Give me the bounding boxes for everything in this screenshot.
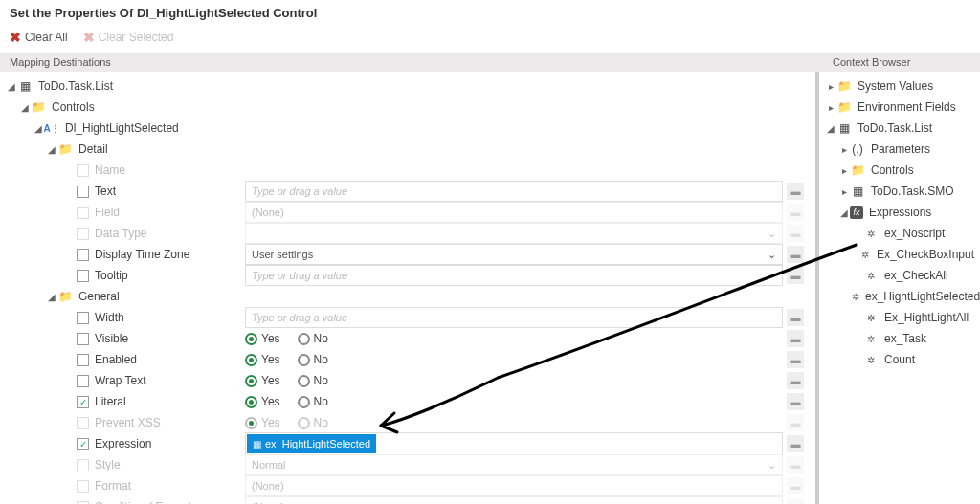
params-icon: (,)	[850, 142, 865, 157]
clear-value-button[interactable]: ▬	[787, 435, 804, 452]
radio-label: Yes	[261, 395, 280, 408]
clear-value-button[interactable]: ▬	[787, 351, 804, 368]
radio-yes[interactable]: Yes	[245, 332, 280, 345]
clear-value-button[interactable]: ▬	[787, 330, 804, 347]
prop-label: Expression	[95, 437, 151, 450]
text-input[interactable]: Type or drag a value	[245, 181, 783, 202]
tree-root[interactable]: ◢ ▦ ToDo.Task.List	[6, 76, 810, 97]
clear-value-button: ▬	[787, 456, 804, 473]
tree-system-values[interactable]: ▸ 📁 System Values	[825, 76, 974, 97]
display-tz-select[interactable]: User settings⌄	[245, 244, 783, 265]
tree-expression-item[interactable]: ✲Ex_CheckBoxInput	[825, 244, 974, 265]
radio-yes[interactable]: Yes	[245, 395, 280, 408]
radio-label: No	[314, 374, 328, 387]
form-icon: ▦	[17, 78, 33, 94]
tree-expressions[interactable]: ◢ fx Expressions	[825, 202, 974, 223]
tree-expression-item[interactable]: ✲Count	[825, 349, 974, 370]
checkbox[interactable]	[77, 312, 89, 324]
collapse-icon[interactable]: ◢	[33, 123, 44, 134]
tree-environment-fields[interactable]: ▸ 📁 Environment Fields	[825, 97, 974, 118]
expand-icon[interactable]: ▸	[825, 81, 836, 92]
prop-wraptext[interactable]: Wrap Text	[6, 374, 245, 387]
radio-label: Yes	[261, 416, 280, 429]
tree-label: Count	[882, 353, 915, 366]
tree-expression-item[interactable]: ✲ex_HightLightSelected	[825, 286, 974, 307]
expand-icon[interactable]: ▸	[825, 102, 836, 113]
radio-yes[interactable]: Yes	[245, 374, 280, 387]
radio-no[interactable]: No	[298, 332, 328, 345]
tree-label: Ex_HightLightAll	[882, 311, 969, 324]
prop-tooltip[interactable]: Tooltip	[6, 269, 245, 282]
tree-expression-item[interactable]: ✲Ex_HightLightAll	[825, 307, 974, 328]
radio-no[interactable]: No	[298, 353, 328, 366]
tree-task-list[interactable]: ◢ ▦ ToDo.Task.List	[825, 118, 974, 139]
form-icon: ▦	[836, 121, 852, 136]
tree-label: ToDo.Task.List	[856, 121, 932, 135]
collapse-icon[interactable]: ◢	[46, 292, 57, 302]
width-input[interactable]: Type or drag a value	[245, 307, 783, 328]
collapse-icon[interactable]: ◢	[19, 102, 31, 113]
prop-visible[interactable]: Visible	[6, 332, 245, 345]
tree-controls[interactable]: ▸ 📁 Controls	[825, 160, 974, 181]
checkbox	[77, 417, 89, 429]
checkbox[interactable]	[77, 249, 89, 261]
tree-controls[interactable]: ◢ 📁 Controls	[6, 97, 810, 118]
collapse-icon[interactable]: ◢	[838, 208, 850, 218]
tree-smo[interactable]: ▸ ▦ ToDo.Task.SMO	[825, 181, 974, 202]
checkbox	[77, 164, 89, 177]
clear-all-button[interactable]: ✖ Clear All	[6, 28, 72, 47]
tree-expression-item[interactable]: ✲ex_CheckAll	[825, 265, 974, 286]
clear-value-button[interactable]: ▬	[787, 309, 804, 326]
checkbox[interactable]	[77, 270, 89, 282]
radio-no[interactable]: No	[298, 395, 328, 408]
collapse-icon[interactable]: ◢	[6, 81, 17, 92]
expression-icon: ✲	[863, 331, 879, 346]
expand-icon[interactable]: ▸	[838, 165, 850, 176]
checkbox[interactable]	[77, 396, 89, 408]
prop-enabled[interactable]: Enabled	[6, 353, 245, 366]
expand-icon[interactable]: ▸	[838, 144, 850, 155]
expression-input[interactable]: ▦ ex_HightLightSelected	[245, 432, 783, 455]
tree-group-general[interactable]: ◢ 📁 General	[6, 286, 810, 307]
context-browser-pane: ▸ 📁 System Values ▸ 📁 Environment Fields…	[819, 72, 980, 504]
tree-expression-item[interactable]: ✲ex_Noscript	[825, 223, 974, 244]
prop-literal[interactable]: Literal	[6, 395, 245, 408]
cond-format-value: (None)	[245, 496, 783, 504]
tree-group-detail[interactable]: ◢ 📁 Detail	[6, 139, 810, 160]
tree-label: Controls	[50, 100, 95, 114]
tree-control-item[interactable]: ◢ A⋮ Dl_HightLightSelected	[6, 118, 810, 139]
tooltip-input[interactable]: Type or drag a value	[245, 265, 783, 286]
collapse-icon[interactable]: ◢	[46, 144, 57, 155]
tree-expression-item[interactable]: ✲ex_Task	[825, 328, 974, 349]
clear-value-button[interactable]: ▬	[787, 246, 804, 263]
prop-text[interactable]: Text	[6, 185, 245, 198]
collapse-icon[interactable]: ◢	[825, 123, 836, 134]
clear-value-button[interactable]: ▬	[787, 372, 804, 389]
clear-selected-button: ✖ Clear Selected	[79, 28, 178, 47]
prop-label: Text	[95, 185, 116, 198]
clear-value-button[interactable]: ▬	[787, 183, 804, 200]
prop-label: Data Type	[95, 227, 146, 240]
expression-token[interactable]: ▦ ex_HightLightSelected	[247, 434, 376, 453]
tree-label: System Values	[856, 79, 933, 93]
checkbox[interactable]	[77, 375, 89, 387]
checkbox	[77, 480, 89, 493]
expand-icon[interactable]: ▸	[838, 186, 850, 197]
prop-label: Style	[95, 458, 121, 471]
checkbox[interactable]	[77, 186, 89, 198]
prop-width[interactable]: Width	[6, 311, 245, 324]
checkbox	[77, 501, 89, 505]
prop-display-tz[interactable]: Display Time Zone	[6, 248, 245, 261]
tree-parameters[interactable]: ▸ (,) Parameters	[825, 139, 974, 160]
checkbox[interactable]	[77, 438, 89, 450]
tree-label: Controls	[869, 164, 914, 177]
radio-no[interactable]: No	[298, 374, 328, 387]
checkbox[interactable]	[77, 333, 89, 345]
radio-label: No	[314, 416, 328, 429]
prop-format: Format	[6, 479, 245, 493]
clear-value-button[interactable]: ▬	[787, 267, 804, 284]
radio-yes[interactable]: Yes	[245, 353, 280, 366]
prop-expression[interactable]: Expression	[6, 437, 245, 450]
clear-value-button[interactable]: ▬	[787, 393, 804, 410]
checkbox[interactable]	[77, 354, 89, 366]
